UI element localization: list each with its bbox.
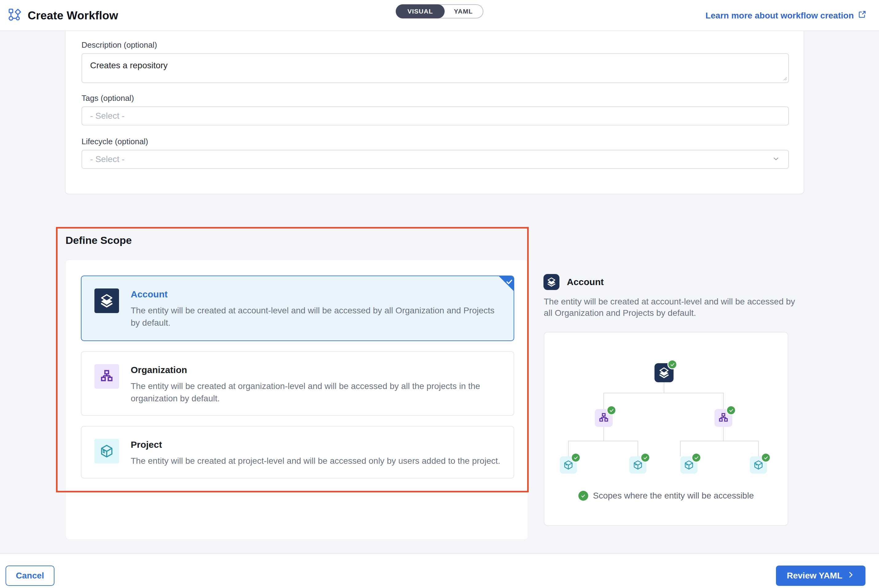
green-check-icon [578,491,588,501]
scope-preview-header: Account [543,274,604,290]
tree-node-project [629,456,646,474]
tree-connector [723,427,724,441]
tree-node-organization [595,409,613,427]
description-label: Description (optional) [81,40,157,50]
green-check-badge [571,453,580,462]
scope-option-organization[interactable]: Organization The entity will be created … [81,351,514,416]
project-cube-icon [94,439,119,464]
account-layers-icon [543,274,560,290]
tree-connector [603,393,604,409]
organization-hierarchy-icon [94,364,119,389]
tags-input[interactable] [81,106,789,126]
green-check-badge [640,453,650,462]
review-yaml-button[interactable]: Review YAML [776,566,866,586]
lifecycle-placeholder: - Select - [90,154,124,164]
tree-node-project [680,456,698,474]
description-field-wrap: Creates a repository [81,53,789,83]
tree-connector [603,393,724,393]
review-yaml-label: Review YAML [787,571,842,580]
tree-connector [638,441,638,456]
tree-connector [723,393,724,409]
header: Create Workflow VISUAL YAML Learn more a… [0,0,879,31]
scope-option-account[interactable]: Account The entity will be created at ac… [81,276,514,341]
chevron-down-icon [772,154,780,164]
preview-title: Account [567,277,604,287]
create-workflow-page: Create Workflow VISUAL YAML Learn more a… [0,0,879,588]
scope-option-title: Project [131,440,500,450]
header-left: Create Workflow [8,0,118,31]
green-check-badge [761,453,771,462]
description-textarea[interactable]: Creates a repository [81,53,789,83]
tree-connector [680,441,759,441]
tree-node-account [654,363,674,382]
workflow-details-card: Description (optional) Creates a reposit… [65,31,804,194]
scope-option-project[interactable]: Project The entity will be created at pr… [81,426,514,478]
tree-node-project [750,456,767,474]
scope-option-title: Account [131,289,501,300]
tree-connector [664,382,664,393]
green-check-badge [606,405,616,415]
toggle-yaml[interactable]: YAML [444,4,483,18]
scope-tree-card: Scopes where the entity will be accessib… [544,332,788,526]
workflow-icon [8,8,22,23]
tree-node-project [560,456,577,474]
scope-option-description: The entity will be created at account-le… [131,304,501,329]
define-scope-panel: Account The entity will be created at ac… [66,260,528,540]
green-check-badge [726,405,736,415]
scope-option-description: The entity will be created at project-le… [131,455,500,467]
account-layers-icon [94,288,119,313]
legend-text: Scopes where the entity will be accessib… [593,491,754,501]
chevron-right-icon [847,571,855,581]
tree-connector [680,441,681,456]
selected-corner-check [498,276,514,291]
learn-more-label: Learn more about workflow creation [705,11,854,21]
visual-yaml-toggle: VISUAL YAML [396,4,483,18]
preview-description: The entity will be created at account-le… [544,296,799,319]
define-scope-title: Define Scope [66,234,132,246]
learn-more-link[interactable]: Learn more about workflow creation [705,0,867,31]
tree-connector [568,441,638,441]
external-link-icon [858,10,867,21]
toggle-visual[interactable]: VISUAL [396,4,445,18]
lifecycle-label: Lifecycle (optional) [81,137,148,146]
tree-connector [603,427,604,441]
tree-connector [568,441,568,456]
tree-connector [758,441,759,456]
tree-node-organization [714,409,732,427]
scope-tree-diagram: Scopes where the entity will be accessib… [544,333,788,525]
cancel-button[interactable]: Cancel [6,566,54,586]
page-title: Create Workflow [28,9,118,22]
tree-legend: Scopes where the entity will be accessib… [578,491,754,501]
tags-label: Tags (optional) [81,93,134,103]
scope-option-description: The entity will be created at organizati… [131,380,501,405]
green-check-badge [668,360,677,369]
scope-option-title: Organization [131,365,501,375]
footer: Cancel Review YAML [0,553,879,588]
green-check-badge [692,453,701,462]
lifecycle-select[interactable]: - Select - [81,150,789,169]
